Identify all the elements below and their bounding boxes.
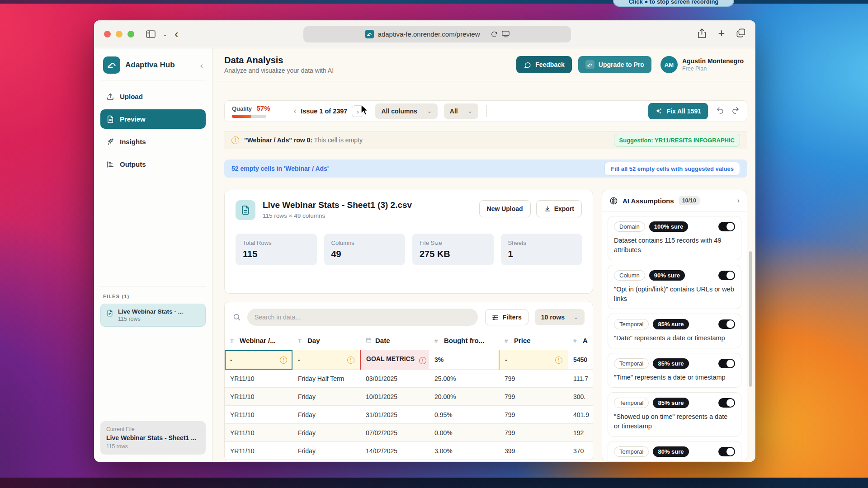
cell[interactable]: YR11/10 bbox=[225, 406, 292, 424]
cell-warning[interactable]: !- bbox=[292, 350, 360, 370]
undo-icon[interactable] bbox=[716, 106, 724, 116]
toolbar-chevron-icon[interactable]: ⌄ bbox=[163, 31, 167, 38]
upgrade-button[interactable]: Upgrade to Pro bbox=[578, 56, 651, 73]
cell[interactable]: Friday bbox=[292, 442, 360, 460]
cell[interactable]: 300. bbox=[568, 388, 593, 406]
cell-error[interactable]: GOAL METRICS! bbox=[360, 350, 429, 370]
bulk-fill-button[interactable]: Fill all 52 empty cells with suggested v… bbox=[604, 162, 740, 176]
category-badge: Temporal bbox=[614, 446, 649, 457]
cell[interactable]: Friday bbox=[292, 388, 360, 406]
share-icon[interactable] bbox=[698, 28, 706, 40]
sidebar-toggle-icon[interactable] bbox=[146, 30, 156, 38]
cell[interactable]: 0.95% bbox=[429, 406, 499, 424]
sidebar-item-upload[interactable]: Upload bbox=[100, 87, 206, 106]
sidebar-collapse-icon[interactable]: ‹ bbox=[200, 61, 203, 70]
filters-label: Filters bbox=[503, 314, 522, 321]
assumption-toggle[interactable] bbox=[718, 222, 735, 231]
cell[interactable]: 799 bbox=[499, 406, 568, 424]
zoom-window-button[interactable] bbox=[127, 31, 134, 38]
file-list-item[interactable]: Live Webinar Stats - ... 115 rows bbox=[100, 304, 206, 327]
cell[interactable]: 14/02/2025 bbox=[360, 442, 429, 460]
text-type-icon: T bbox=[298, 338, 304, 344]
redo-icon[interactable] bbox=[731, 106, 740, 116]
columns-filter-select[interactable]: All columns ⌄ bbox=[375, 103, 437, 119]
address-bar[interactable]: adaptiva-fe.onrender.com/preview bbox=[303, 26, 571, 42]
sidebar-item-label: Preview bbox=[120, 115, 146, 123]
col-header-bought[interactable]: #Bought fro... bbox=[429, 332, 499, 350]
new-tab-icon[interactable]: + bbox=[718, 28, 725, 40]
cell[interactable]: 799 bbox=[499, 388, 568, 406]
cell[interactable]: YR11/10 bbox=[225, 388, 292, 406]
close-window-button[interactable] bbox=[104, 31, 111, 38]
type-filter-select[interactable]: All ⌄ bbox=[444, 103, 478, 119]
upload-icon bbox=[106, 93, 114, 101]
cell[interactable]: 31/01/2025 bbox=[360, 406, 429, 424]
issue-counter: Issue 1 of 2397 bbox=[301, 108, 347, 115]
export-button[interactable]: Export bbox=[536, 200, 582, 217]
assumption-toggle[interactable] bbox=[718, 271, 735, 280]
back-icon[interactable]: ‹ bbox=[175, 27, 179, 41]
cell[interactable]: 20.00% bbox=[429, 388, 499, 406]
table-row: YR11/10Friday10/01/202520.00%799300. bbox=[225, 388, 593, 406]
chevron-right-icon[interactable]: › bbox=[737, 197, 740, 205]
cell[interactable]: 25.00% bbox=[429, 370, 499, 388]
cell[interactable]: 799 bbox=[499, 370, 568, 388]
col-header-webinar[interactable]: TWebinar /... bbox=[225, 332, 292, 350]
feedback-button[interactable]: Feedback bbox=[516, 56, 572, 73]
wallpaper-top-strip bbox=[0, 0, 868, 4]
cell[interactable]: 370 bbox=[568, 442, 593, 460]
cell[interactable]: 399 bbox=[499, 442, 568, 460]
screen-recording-banner[interactable]: Click ● to stop screen recording bbox=[613, 0, 734, 7]
cell[interactable]: 0.00% bbox=[429, 424, 499, 442]
assumption-toggle[interactable] bbox=[718, 398, 735, 408]
search-input[interactable] bbox=[255, 314, 471, 321]
reload-icon[interactable] bbox=[491, 31, 498, 38]
col-header-date[interactable]: Date bbox=[360, 332, 429, 350]
cell[interactable]: 03/01/2025 bbox=[360, 370, 429, 388]
sidebar-item-insights[interactable]: Insights bbox=[100, 132, 206, 151]
col-header-price[interactable]: #Price bbox=[499, 332, 568, 350]
cell[interactable]: YR11/10 bbox=[225, 424, 292, 442]
col-header-day[interactable]: TDay bbox=[292, 332, 360, 350]
fix-all-label: Fix All 1591 bbox=[666, 108, 701, 115]
cell[interactable]: Friday bbox=[292, 406, 360, 424]
cell[interactable]: YR11/10 bbox=[225, 442, 292, 460]
tab-overview-icon[interactable] bbox=[736, 28, 745, 40]
brain-icon bbox=[609, 197, 618, 205]
rows-per-page-select[interactable]: 10 rows ⌄ bbox=[535, 309, 585, 325]
assumption-toggle[interactable] bbox=[718, 447, 735, 456]
cell[interactable]: YR11/10 bbox=[225, 370, 292, 388]
fix-all-button[interactable]: Fix All 1591 bbox=[648, 103, 708, 119]
user-menu[interactable]: AM Agustin Montenegro Free Plan bbox=[660, 56, 744, 73]
chevron-down-icon: ⌄ bbox=[574, 314, 578, 320]
suggestion-pill[interactable]: Suggestion: YR11/RESITS INFOGRAPHIC bbox=[614, 134, 740, 147]
cell[interactable]: 111.7 bbox=[568, 370, 593, 388]
cell-warning[interactable]: !- bbox=[499, 350, 568, 370]
stat-total-rows: Total Rows 115 bbox=[236, 234, 317, 265]
col-header-a[interactable]: #A bbox=[568, 332, 593, 350]
scrollbar-thumb[interactable] bbox=[749, 251, 752, 387]
filters-button[interactable]: Filters bbox=[485, 309, 528, 325]
cell[interactable]: 5450 bbox=[568, 350, 593, 370]
minimize-window-button[interactable] bbox=[116, 31, 123, 38]
cell[interactable]: 07/02/2025 bbox=[360, 424, 429, 442]
cell[interactable]: Friday bbox=[292, 424, 360, 442]
assumption-toggle[interactable] bbox=[718, 319, 735, 329]
cell[interactable]: 192 bbox=[568, 424, 593, 442]
prev-issue-icon[interactable]: ‹ bbox=[294, 107, 297, 116]
cell[interactable]: Friday Half Term bbox=[292, 370, 360, 388]
cell[interactable]: 3% bbox=[429, 350, 499, 370]
magic-sparkle-icon bbox=[655, 108, 662, 115]
cell[interactable]: 10/01/2025 bbox=[360, 388, 429, 406]
reader-view-icon[interactable] bbox=[502, 31, 509, 38]
cell[interactable]: 401.9 bbox=[568, 406, 593, 424]
assumption-toggle[interactable] bbox=[718, 359, 735, 368]
sidebar-item-outputs[interactable]: Outputs bbox=[100, 155, 206, 174]
cell[interactable]: 799 bbox=[499, 424, 568, 442]
chevron-down-icon: ⌄ bbox=[468, 108, 472, 114]
new-upload-button[interactable]: New Upload bbox=[479, 200, 531, 217]
assumption-card: Temporal 85% sure "Showed up on time" re… bbox=[608, 392, 741, 436]
cell-selected-warning[interactable]: !- bbox=[225, 350, 292, 370]
cell[interactable]: 3.00% bbox=[429, 442, 499, 460]
sidebar-item-preview[interactable]: Preview bbox=[100, 109, 206, 129]
